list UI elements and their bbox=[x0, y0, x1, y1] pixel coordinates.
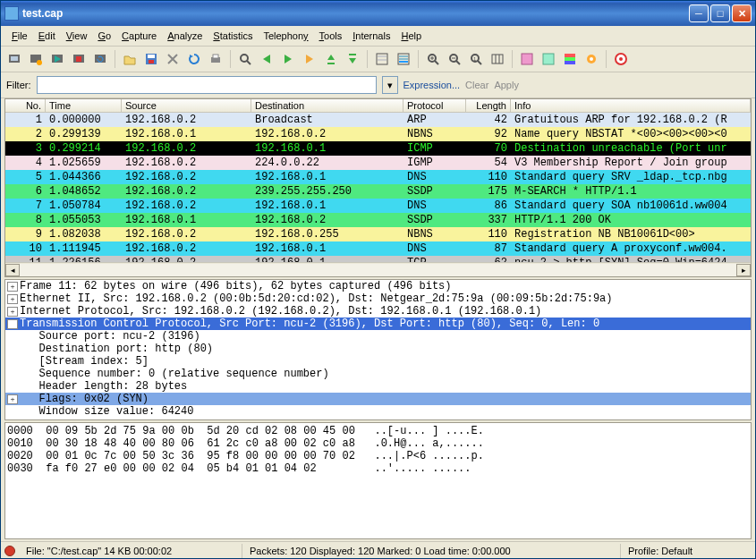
display-filters-button[interactable] bbox=[539, 49, 558, 69]
hex-row[interactable]: 0020 00 01 0c 7c 00 50 3c 36 95 f8 00 00… bbox=[7, 450, 749, 462]
detail-row[interactable]: Destination port: http (80) bbox=[5, 343, 751, 355]
save-button[interactable] bbox=[141, 49, 161, 69]
reload-button[interactable] bbox=[184, 49, 204, 69]
packet-list-body[interactable]: 10.000000192.168.0.2BroadcastARP42Gratui… bbox=[5, 113, 751, 262]
start-capture-button[interactable] bbox=[47, 49, 67, 69]
col-header-source[interactable]: Source bbox=[122, 99, 251, 112]
table-row[interactable]: 20.299139192.168.0.1192.168.0.2NBNS92Nam… bbox=[5, 127, 751, 141]
colorize-button[interactable] bbox=[372, 49, 392, 69]
menu-go[interactable]: Go bbox=[92, 29, 116, 43]
go-forward-button[interactable] bbox=[278, 49, 298, 69]
col-header-protocol[interactable]: Protocol bbox=[403, 99, 466, 112]
hex-row[interactable]: 0030 fa f0 27 e0 00 00 02 04 05 b4 01 01… bbox=[7, 462, 749, 475]
toolbar: 1 bbox=[1, 47, 755, 72]
menu-edit[interactable]: Edit bbox=[33, 29, 61, 43]
menu-analyze[interactable]: Analyze bbox=[162, 29, 208, 43]
auto-scroll-button[interactable] bbox=[394, 49, 413, 69]
table-row[interactable]: 71.050784192.168.0.2192.168.0.1DNS86Stan… bbox=[5, 199, 751, 213]
scroll-left-button[interactable]: ◂ bbox=[5, 264, 20, 276]
packet-details-pane[interactable]: +Frame 11: 62 bytes on wire (496 bits), … bbox=[4, 279, 752, 420]
detail-row[interactable]: -Transmission Control Protocol, Src Port… bbox=[5, 318, 751, 330]
menu-view[interactable]: View bbox=[61, 29, 93, 43]
hex-row[interactable]: 0010 00 30 18 48 40 00 80 06 61 2c c0 a8… bbox=[7, 437, 749, 450]
table-row[interactable]: 30.299214192.168.0.2192.168.0.1ICMP70Des… bbox=[5, 141, 751, 156]
col-header-info[interactable]: Info bbox=[511, 99, 751, 112]
zoom-out-button[interactable] bbox=[445, 49, 464, 69]
go-back-button[interactable] bbox=[257, 49, 276, 69]
svg-rect-14 bbox=[213, 55, 218, 58]
detail-row[interactable]: +Frame 11: 62 bytes on wire (496 bits), … bbox=[5, 280, 751, 292]
menu-help[interactable]: Help bbox=[395, 29, 427, 43]
menu-tools[interactable]: Tools bbox=[314, 29, 348, 43]
detail-row[interactable]: [Stream index: 5] bbox=[5, 355, 751, 368]
menu-statistics[interactable]: Statistics bbox=[208, 29, 258, 43]
col-header-time[interactable]: Time bbox=[46, 99, 122, 112]
svg-rect-1 bbox=[11, 56, 18, 61]
close-button[interactable]: ✕ bbox=[732, 4, 752, 22]
table-row[interactable]: 81.055053192.168.0.1192.168.0.2SSDP337HT… bbox=[5, 213, 751, 227]
status-packets: Packets: 120 Displayed: 120 Marked: 0 Lo… bbox=[242, 544, 621, 558]
interfaces-button[interactable] bbox=[4, 49, 24, 69]
zoom-100-button[interactable]: 1 bbox=[466, 49, 486, 69]
filter-bar: Filter: ▾ Expression... Clear Apply bbox=[1, 72, 755, 98]
go-to-packet-button[interactable] bbox=[300, 49, 319, 69]
detail-row[interactable]: +Internet Protocol, Src: 192.168.0.2 (19… bbox=[5, 305, 751, 318]
table-row[interactable]: 51.044366192.168.0.2192.168.0.1DNS110Sta… bbox=[5, 170, 751, 184]
table-row[interactable]: 111.226156192.168.0.2192.168.0.1TCP62ncu… bbox=[5, 256, 751, 262]
capture-filters-button[interactable] bbox=[517, 49, 537, 69]
minimize-button[interactable]: ─ bbox=[689, 4, 709, 22]
hex-row[interactable]: 0000 00 09 5b 2d 75 9a 00 0b 5d 20 cd 02… bbox=[7, 425, 749, 437]
help-button[interactable] bbox=[611, 49, 631, 69]
packet-list-header: No. Time Source Destination Protocol Len… bbox=[5, 99, 751, 113]
table-row[interactable]: 10.000000192.168.0.2BroadcastARP42Gratui… bbox=[5, 113, 751, 127]
filter-dropdown-button[interactable]: ▾ bbox=[382, 76, 398, 94]
svg-point-50 bbox=[590, 57, 593, 61]
filter-input[interactable] bbox=[37, 76, 377, 94]
detail-row[interactable]: +Ethernet II, Src: 192.168.0.2 (00:0b:5d… bbox=[5, 292, 751, 305]
table-row[interactable]: 91.082038192.168.0.2192.168.0.255NBNS110… bbox=[5, 227, 751, 241]
status-profile[interactable]: Profile: Default bbox=[621, 544, 755, 558]
menu-internals[interactable]: Internals bbox=[347, 29, 395, 43]
filter-label: Filter: bbox=[6, 80, 31, 90]
horizontal-scrollbar[interactable]: ◂ ▸ bbox=[5, 262, 751, 276]
detail-row[interactable]: Source port: ncu-2 (3196) bbox=[5, 330, 751, 343]
table-row[interactable]: 101.111945192.168.0.2192.168.0.1DNS87Sta… bbox=[5, 241, 751, 256]
options-button[interactable] bbox=[26, 49, 46, 69]
detail-row[interactable]: Header length: 28 bytes bbox=[5, 380, 751, 393]
col-header-no[interactable]: No. bbox=[5, 99, 46, 112]
detail-row[interactable]: Sequence number: 0 (relative sequence nu… bbox=[5, 368, 751, 380]
table-row[interactable]: 41.025659192.168.0.2224.0.0.22IGMP54V3 M… bbox=[5, 156, 751, 170]
go-last-button[interactable] bbox=[343, 49, 362, 69]
expression-button[interactable]: Expression... bbox=[403, 80, 461, 90]
menu-capture[interactable]: Capture bbox=[116, 29, 162, 43]
detail-row[interactable]: Window size value: 64240 bbox=[5, 405, 751, 418]
print-button[interactable] bbox=[206, 49, 225, 69]
col-header-destination[interactable]: Destination bbox=[251, 99, 403, 112]
scroll-right-button[interactable]: ▸ bbox=[736, 264, 751, 276]
svg-rect-10 bbox=[148, 55, 155, 58]
restart-capture-button[interactable] bbox=[90, 49, 110, 69]
col-header-length[interactable]: Length bbox=[466, 99, 511, 112]
preferences-button[interactable] bbox=[582, 49, 601, 69]
menu-telephony[interactable]: Telephony bbox=[258, 29, 313, 43]
zoom-in-button[interactable] bbox=[423, 49, 443, 69]
expert-info-button[interactable] bbox=[4, 546, 15, 556]
menu-file[interactable]: File bbox=[6, 29, 33, 43]
svg-point-52 bbox=[619, 57, 623, 61]
find-button[interactable] bbox=[235, 49, 255, 69]
table-row[interactable]: 61.048652192.168.0.2239.255.255.250SSDP1… bbox=[5, 184, 751, 199]
packet-bytes-pane[interactable]: 0000 00 09 5b 2d 75 9a 00 0b 5d 20 cd 02… bbox=[4, 422, 752, 539]
detail-row[interactable]: + Flags: 0x02 (SYN) bbox=[5, 393, 751, 405]
coloring-rules-button[interactable] bbox=[560, 49, 580, 69]
stop-capture-button[interactable] bbox=[69, 49, 89, 69]
go-first-button[interactable] bbox=[321, 49, 341, 69]
scroll-track[interactable] bbox=[20, 264, 736, 276]
close-file-button[interactable] bbox=[163, 49, 183, 69]
clear-button[interactable]: Clear bbox=[465, 80, 488, 90]
maximize-button[interactable]: □ bbox=[710, 4, 730, 22]
open-button[interactable] bbox=[120, 49, 140, 69]
apply-button[interactable]: Apply bbox=[494, 80, 519, 90]
svg-rect-8 bbox=[95, 55, 106, 63]
separator bbox=[115, 50, 115, 68]
resize-columns-button[interactable] bbox=[488, 49, 507, 69]
